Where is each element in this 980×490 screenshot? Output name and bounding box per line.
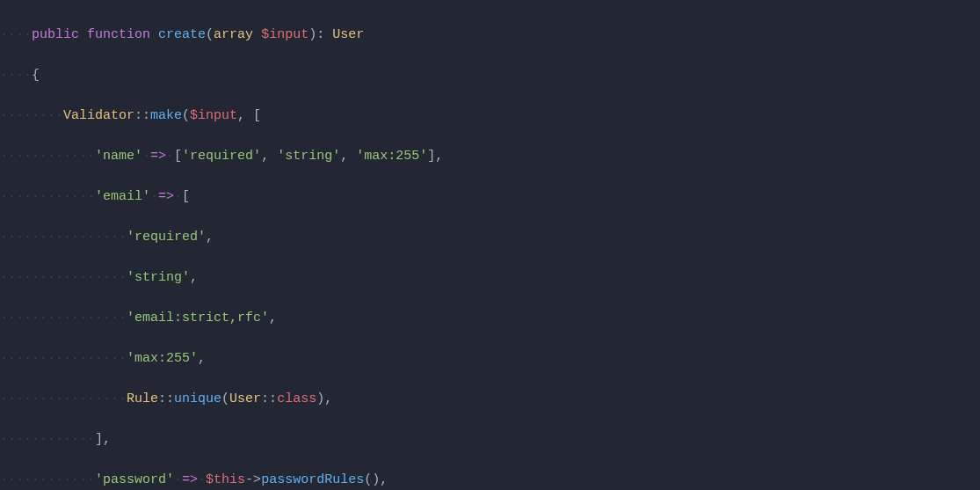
string-literal: 'name' bbox=[95, 149, 142, 164]
code-line: ················'max:255', bbox=[0, 348, 980, 369]
var-input: $input bbox=[190, 108, 237, 123]
indent-guide: ················ bbox=[0, 230, 127, 245]
string-literal: 'email:strict,rfc' bbox=[127, 311, 269, 325]
string-literal: 'password' bbox=[95, 472, 174, 487]
string-literal: 'max:255' bbox=[127, 351, 198, 366]
var-this: $this bbox=[206, 472, 245, 487]
code-line: ····public function create(array $input)… bbox=[0, 25, 980, 45]
string-literal: 'required' bbox=[127, 230, 206, 245]
string-literal: 'string' bbox=[277, 149, 340, 164]
string-literal: 'max:255' bbox=[356, 149, 427, 164]
method-passwordrules: passwordRules bbox=[261, 472, 364, 487]
type-validator: Validator bbox=[63, 108, 134, 123]
indent-guide: ············ bbox=[0, 149, 95, 164]
code-line: ················'string', bbox=[0, 267, 980, 288]
indent-guide: ················ bbox=[0, 270, 127, 285]
indent-guide: ················ bbox=[0, 351, 127, 366]
method-unique: unique bbox=[174, 391, 221, 406]
code-line: ········Validator::make($input, [ bbox=[0, 106, 980, 126]
string-literal: 'required' bbox=[182, 149, 261, 164]
var-input: $input bbox=[261, 27, 309, 42]
indent-guide: ···· bbox=[0, 27, 32, 42]
code-line: ················'required', bbox=[0, 227, 980, 247]
string-literal: 'string' bbox=[127, 270, 190, 285]
indent-guide: ············ bbox=[0, 472, 95, 487]
method-create: create bbox=[158, 27, 206, 42]
class-ref: class bbox=[277, 391, 316, 406]
indent-guide: ········ bbox=[0, 108, 63, 123]
type-array: array bbox=[214, 27, 253, 42]
code-line: ············'email'·=>·[ bbox=[0, 186, 980, 207]
indent-guide: ················ bbox=[0, 391, 127, 406]
code-line: ················Rule::unique(User::class… bbox=[0, 389, 980, 409]
type-user: User bbox=[229, 391, 261, 406]
indent-guide: ···· bbox=[0, 68, 32, 83]
indent-guide: ············ bbox=[0, 432, 95, 447]
code-line: ····{ bbox=[0, 65, 980, 85]
indent-guide: ················ bbox=[0, 311, 127, 325]
code-line: ············'name'·=>·['required', 'stri… bbox=[0, 146, 980, 166]
type-user: User bbox=[332, 27, 364, 42]
code-editor[interactable]: ····public function create(array $input)… bbox=[0, 0, 980, 490]
indent-guide: ············ bbox=[0, 189, 95, 204]
method-make: make bbox=[150, 108, 182, 123]
keyword-function: function bbox=[87, 27, 150, 42]
string-literal: 'email' bbox=[95, 189, 150, 204]
keyword-public: public bbox=[32, 27, 79, 42]
code-line: ············'password'·=>·$this->passwor… bbox=[0, 470, 980, 490]
code-line: ················'email:strict,rfc', bbox=[0, 308, 980, 328]
code-line: ············], bbox=[0, 429, 980, 450]
type-rule: Rule bbox=[127, 391, 158, 406]
